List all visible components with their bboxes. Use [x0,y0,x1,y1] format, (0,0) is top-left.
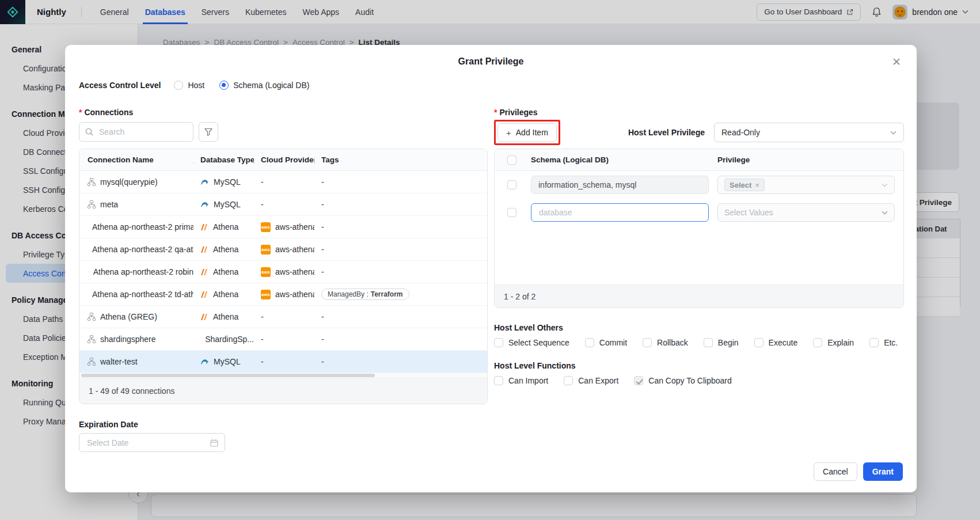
connection-row[interactable]: Athena ap-northeast-2 td-athen... Athena… [79,283,487,306]
tag-value: Terraform [371,290,403,298]
database-type: MySQL [214,177,241,187]
checkbox-box [754,338,764,347]
checkbox-begin[interactable]: Begin [704,338,739,347]
checkbox-rollback[interactable]: Rollback [643,338,688,347]
checkbox-label: Etc. [884,338,898,347]
checkbox-label: Can Copy To Clipboard [648,376,732,385]
checkbox-execute[interactable]: Execute [754,338,798,347]
connection-name: Athena ap-northeast-2 qa-athena [92,245,193,254]
connection-row[interactable]: Athena ap-northeast-2 qa-athena Athena a… [79,238,487,261]
connections-label-text: Connections [84,108,133,117]
search-icon [85,128,93,136]
privilege-row: Select Values [495,199,903,226]
connection-row[interactable]: Athena (GREG) Athena - - [79,306,487,328]
tags: - [321,177,324,187]
privileges-section: *Privileges + Add Item Host Level Privil… [494,107,904,386]
checkbox-label: Explain [827,338,854,347]
aws-icon: aws [261,222,271,232]
cloud-provider: aws-athena [275,222,314,231]
horizontal-scrollbar[interactable] [79,373,487,378]
privilege-select[interactable]: Select Values [717,203,895,222]
privileges-label: *Privileges [494,107,904,117]
selected-value: Read-Only [721,128,760,137]
host-level-privilege-select[interactable]: Read-Only [714,123,904,142]
privileges-controls-row: + Add Item Host Level Privilege Read-Onl… [494,120,904,145]
row-checkbox[interactable] [507,180,516,189]
checkbox-can-import[interactable]: Can Import [494,376,548,385]
checkbox-etc[interactable]: Etc. [869,338,898,347]
checkbox-label: Select Sequence [508,338,569,347]
connection-icon [88,335,96,343]
required-mark: * [79,108,82,117]
cloud-provider: - [261,177,264,187]
checkbox-box [585,338,594,347]
checkbox-label: Can Export [578,376,618,385]
schema-input[interactable] [538,207,702,218]
search-input[interactable] [98,127,187,137]
connection-row[interactable]: Athena ap-northeast-2 primary Athena aws… [79,216,487,238]
expiration-date-input[interactable] [86,438,210,448]
tags: - [321,200,324,209]
scrollbar-thumb[interactable] [81,374,375,377]
connection-row[interactable]: Athena ap-northeast-2 robin Athena awsaw… [79,261,487,283]
filter-button[interactable] [199,122,218,142]
cloud-provider: - [261,312,264,321]
checkbox-label: Rollback [657,338,688,347]
mysql-icon [200,201,209,208]
close-icon[interactable]: ✕ [889,54,904,69]
checkbox-commit[interactable]: Commit [585,338,627,347]
column-schema: Schema (Logical DB) [516,155,709,164]
aws-icon: aws [261,267,271,277]
connections-section: *Connections Connectio [79,107,488,452]
checkbox-box [813,338,822,347]
add-item-button[interactable]: + Add Item [497,123,557,142]
connections-search-row [79,122,488,142]
checkbox-label: Commit [599,338,627,347]
connections-table-header: Connection Name Database Type Cloud Prov… [79,149,487,171]
connection-row[interactable]: meta MySQL - - [79,193,487,216]
connection-row[interactable]: shardingsphere ShardingSp... - - [79,328,487,351]
checkbox-explain[interactable]: Explain [813,338,854,347]
access-control-level-label: Access Control Level [79,81,161,90]
cloud-provider: - [261,357,264,366]
checkbox-box [643,338,652,347]
row-checkbox[interactable] [507,208,516,217]
cloud-provider: - [261,335,264,344]
tag-close-icon[interactable]: × [755,181,759,189]
athena-icon [200,313,208,321]
connection-icon [88,358,96,366]
cancel-button[interactable]: Cancel [814,462,857,481]
plus-icon: + [506,128,511,138]
grant-button[interactable]: Grant [863,462,903,481]
host-level-functions-options: Can Import Can Export Can Copy To Clipbo… [494,375,904,386]
checkbox-select-sequence[interactable]: Select Sequence [494,338,569,347]
access-control-level-row: Access Control Level Host Schema (Logica… [79,79,324,91]
tags: - [321,245,324,254]
schema-value-field[interactable]: information_schema, mysql [531,176,709,194]
expiration-date-picker[interactable] [79,433,225,452]
aws-icon: aws [261,290,271,299]
tags: - [321,335,324,344]
radio-schema-logical-db[interactable]: Schema (Logical DB) [219,81,309,90]
checkbox-can-copy-to-clipboard[interactable]: Can Copy To Clipboard [634,376,732,385]
radio-host[interactable]: Host [174,81,204,90]
select-placeholder: Select Values [724,208,773,217]
checkbox-checked-box [634,376,643,385]
host-level-functions-label: Host Level Functions [494,360,904,371]
database-type: MySQL [214,200,241,209]
calendar-icon [210,439,218,447]
tags: - [321,267,324,276]
checkbox-box [494,338,503,347]
checkbox-can-export[interactable]: Can Export [564,376,618,385]
database-type: Athena [213,245,238,254]
connection-row[interactable]: mysql(querypie) MySQL - - [79,171,487,193]
schema-input-focused[interactable] [531,203,709,222]
host-level-others-options: Select Sequence Commit Rollback Begin Ex… [494,337,904,348]
connection-row-selected[interactable]: walter-test MySQL - - [79,351,487,373]
select-all-checkbox[interactable] [507,155,516,165]
connection-icon [88,200,96,208]
checkbox-box [704,338,713,347]
athena-icon [200,246,208,253]
privilege-tag-select: Select× [724,179,765,191]
privilege-select[interactable]: Select× [717,176,895,194]
